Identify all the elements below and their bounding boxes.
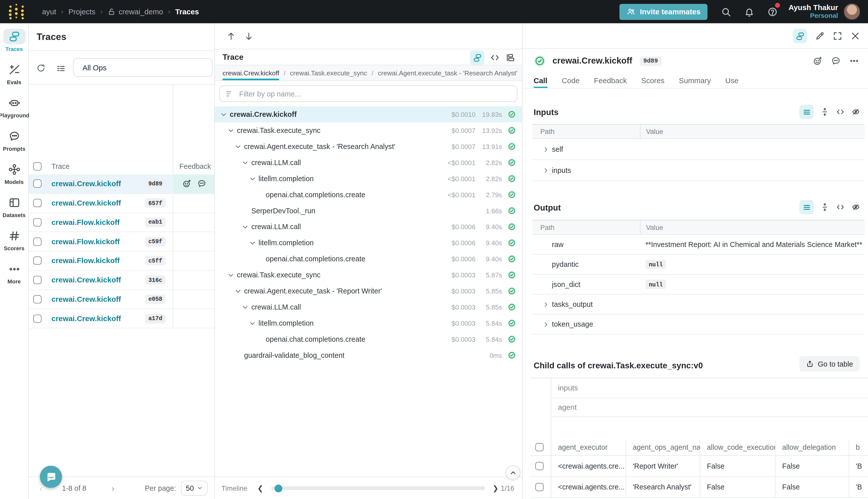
trace-list-row[interactable]: crewai.Flow.kickoff eab1: [29, 213, 214, 232]
chevron-right-icon[interactable]: [543, 301, 549, 307]
close-icon[interactable]: [850, 31, 860, 41]
inputs-row[interactable]: self: [532, 139, 865, 160]
sidebar-item[interactable]: Traces: [0, 29, 28, 62]
trace-op-link[interactable]: crewai.Crew.kickoff: [51, 276, 121, 284]
chevron-down-icon[interactable]: [220, 111, 227, 118]
chevron-down-icon[interactable]: [249, 320, 256, 326]
trace-op-link[interactable]: crewai.Flow.kickoff: [51, 257, 120, 265]
op-name-filter-input[interactable]: [238, 89, 517, 98]
refresh-icon[interactable]: [36, 63, 46, 73]
call-tree-row[interactable]: litellm.completion <$0.0001 2.82s: [215, 171, 522, 187]
trace-list-row[interactable]: crewai.Crew.kickoff 316c: [29, 271, 214, 290]
call-tree-row[interactable]: guardrail-validate_blog_content 0ms: [215, 347, 522, 363]
trace-list-row[interactable]: crewai.Crew.kickoff a17d: [29, 309, 214, 328]
code-view-icon[interactable]: [836, 108, 845, 116]
detail-tab[interactable]: Use: [726, 73, 739, 88]
trace-column-header[interactable]: Trace: [51, 162, 70, 170]
help-icon[interactable]: [761, 6, 784, 17]
tree-view-toggle-icon[interactable]: [470, 50, 484, 65]
trace-op-link[interactable]: crewai.Flow.kickoff: [51, 218, 120, 227]
call-tree-row[interactable]: crewai.Crew.kickoff $0.0010 19.83s: [215, 106, 522, 122]
trace-op-link[interactable]: crewai.Crew.kickoff: [51, 180, 121, 188]
detail-tab[interactable]: Feedback: [594, 73, 627, 88]
call-tree-row[interactable]: crewai.LLM.call $0.0006 9.40s: [215, 219, 522, 235]
expand-rows-icon[interactable]: [820, 108, 829, 116]
call-tree-row[interactable]: crewai.Agent.execute_task - 'Research An…: [215, 138, 522, 155]
breadcrumb-project[interactable]: crewai_demo: [108, 8, 163, 16]
chevron-down-icon[interactable]: [249, 240, 256, 246]
child-call-row[interactable]: <crewai.agents.cre... 'Research Analyst'…: [531, 477, 868, 498]
code-view-icon[interactable]: [836, 203, 845, 211]
column-header[interactable]: b: [849, 439, 868, 455]
row-checkbox[interactable]: [33, 199, 41, 207]
row-checkbox[interactable]: [33, 218, 41, 227]
trace-list-row[interactable]: crewai.Crew.kickoff 9d89: [29, 174, 214, 194]
select-all-checkbox[interactable]: [535, 443, 544, 451]
prev-call-arrow-up-icon[interactable]: [226, 32, 236, 41]
call-tree-row[interactable]: openai.chat.completions.create $0.0003 5…: [215, 331, 522, 347]
call-tree-row[interactable]: crewai.LLM.call <$0.0001 2.82s: [215, 155, 522, 171]
output-row[interactable]: pydantic null: [532, 255, 865, 275]
breadcrumb-entity[interactable]: ayut: [42, 8, 56, 16]
detail-tab[interactable]: Summary: [679, 73, 711, 88]
trace-op-link[interactable]: crewai.Crew.kickoff: [51, 295, 121, 304]
support-chat-button[interactable]: [40, 466, 62, 488]
trace-list-row[interactable]: crewai.Flow.kickoff c5ff: [29, 252, 214, 271]
next-call-arrow-down-icon[interactable]: [244, 32, 253, 41]
sidebar-item[interactable]: Models: [0, 162, 28, 195]
chevron-down-icon[interactable]: [242, 304, 248, 310]
trace-list-row[interactable]: crewai.Flow.kickoff c59f: [29, 232, 214, 252]
row-checkbox[interactable]: [33, 295, 41, 304]
add-reaction-icon[interactable]: [813, 56, 823, 66]
output-row[interactable]: token_usage: [532, 315, 865, 334]
go-to-table-button[interactable]: Go to table: [800, 356, 860, 372]
output-row[interactable]: tasks_output: [532, 295, 865, 315]
comment-icon[interactable]: [197, 179, 207, 188]
trace-list-row[interactable]: crewai.Crew.kickoff 657f: [29, 194, 214, 213]
code-view-toggle-icon[interactable]: [490, 52, 500, 63]
chevron-down-icon[interactable]: [242, 159, 248, 166]
timeline-next-icon[interactable]: ❯: [493, 484, 498, 492]
chevron-down-icon[interactable]: [235, 288, 241, 294]
sidebar-item[interactable]: Evals: [0, 62, 28, 95]
list-view-icon[interactable]: [799, 200, 814, 214]
wandb-logo[interactable]: [8, 3, 27, 20]
call-tree-row[interactable]: crewai.LLM.call $0.0003 5.85s: [215, 299, 522, 315]
tree-detail-toggle-icon[interactable]: [793, 29, 807, 43]
row-checkbox[interactable]: [33, 314, 41, 322]
per-page-select[interactable]: 50: [181, 480, 208, 496]
hide-values-eye-off-icon[interactable]: [852, 203, 860, 211]
flame-graph-toggle-icon[interactable]: [505, 52, 516, 63]
call-path-tab[interactable]: crewai.Crew.kickoff: [223, 65, 279, 81]
chevron-down-icon[interactable]: [242, 223, 248, 230]
call-tree-row[interactable]: litellm.completion $0.0006 9.40s: [215, 235, 522, 251]
detail-tab[interactable]: Scores: [641, 73, 665, 88]
hide-values-eye-off-icon[interactable]: [852, 108, 860, 116]
call-tree-row[interactable]: openai.chat.completions.create <$0.0001 …: [215, 187, 522, 203]
row-checkbox[interactable]: [33, 180, 41, 188]
row-checkbox[interactable]: [33, 238, 41, 246]
row-checkbox[interactable]: [33, 257, 41, 265]
breadcrumb-projects[interactable]: Projects: [68, 8, 96, 16]
more-options-icon[interactable]: [849, 56, 859, 66]
detail-tab[interactable]: Call: [534, 73, 547, 88]
chevron-right-icon[interactable]: [543, 146, 549, 153]
column-header[interactable]: allow_delegation: [775, 439, 849, 455]
trace-list-row[interactable]: crewai.Crew.kickoff e058: [29, 290, 214, 309]
user-menu[interactable]: Ayush Thakur Personal: [789, 3, 838, 20]
fullscreen-icon[interactable]: [833, 31, 843, 41]
collapse-timeline-icon[interactable]: [505, 465, 520, 480]
call-path-tab[interactable]: crewai.Task.execute_sync: [290, 65, 367, 81]
chevron-right-icon[interactable]: [543, 167, 549, 174]
detail-tab[interactable]: Code: [562, 73, 580, 88]
chevron-down-icon[interactable]: [249, 175, 256, 182]
comment-icon[interactable]: [831, 56, 841, 66]
sidebar-item[interactable]: Scorers: [0, 228, 28, 261]
column-header[interactable]: agent_ops_agent_nan: [625, 439, 700, 455]
ops-filter-select[interactable]: All Ops: [73, 58, 212, 77]
invite-teammates-button[interactable]: Invite teammates: [619, 3, 708, 20]
output-row[interactable]: json_dict null: [532, 275, 865, 294]
avatar[interactable]: [844, 3, 860, 20]
inputs-row[interactable]: inputs: [532, 160, 865, 181]
feedback-column-header[interactable]: Feedback: [179, 162, 211, 170]
